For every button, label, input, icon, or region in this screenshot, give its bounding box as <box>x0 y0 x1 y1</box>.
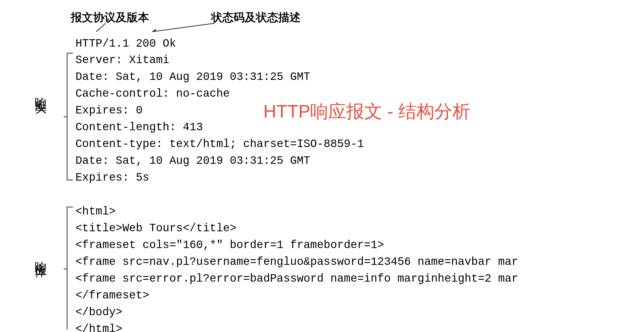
svg-line-2 <box>152 23 214 32</box>
body-line5: <frame src=error.pl?error=badPassword na… <box>75 272 518 285</box>
status-line: HTTP/1.1 200 Ok <box>75 37 176 50</box>
title-overlay: HTTP响应报文 - 结构分析 <box>263 99 470 124</box>
body-line6: </frameset> <box>75 289 149 302</box>
body-line8: </html> <box>75 323 122 332</box>
header-date2: Date: Sat, 10 Aug 2019 03:31:25 GMT <box>75 154 310 167</box>
label-status-code: 状态码及状态描述 <box>211 10 301 25</box>
header-server: Server: Xitami <box>75 54 169 67</box>
body-line3: <frameset cols="160,*" border=1 framebor… <box>75 239 384 251</box>
header-expires2: Expires: 5s <box>75 171 149 184</box>
arrow-protocol-icon <box>93 22 118 34</box>
header-date1: Date: Sat, 10 Aug 2019 03:31:25 GMT <box>75 71 310 83</box>
body-line1: <html> <box>75 205 116 218</box>
body-line4: <frame src=nav.pl?username=fengluo&passw… <box>75 256 518 268</box>
header-content-length: Content-length: 413 <box>75 121 203 134</box>
body-line2: <title>Web Tours</title> <box>75 222 236 235</box>
bracket-body-icon <box>67 207 73 330</box>
header-expires1: Expires: 0 <box>75 104 143 117</box>
header-content-type: Content-type: text/html; charset=ISO-885… <box>75 138 364 150</box>
label-response-header: 响应头 <box>33 88 48 95</box>
body-line7: </body> <box>75 306 122 319</box>
bracket-header-icon <box>67 53 73 180</box>
header-cache: Cache-control: no-cache <box>75 87 230 100</box>
arrow-status-icon <box>149 22 217 34</box>
label-response-body: 响应体 <box>33 252 48 259</box>
